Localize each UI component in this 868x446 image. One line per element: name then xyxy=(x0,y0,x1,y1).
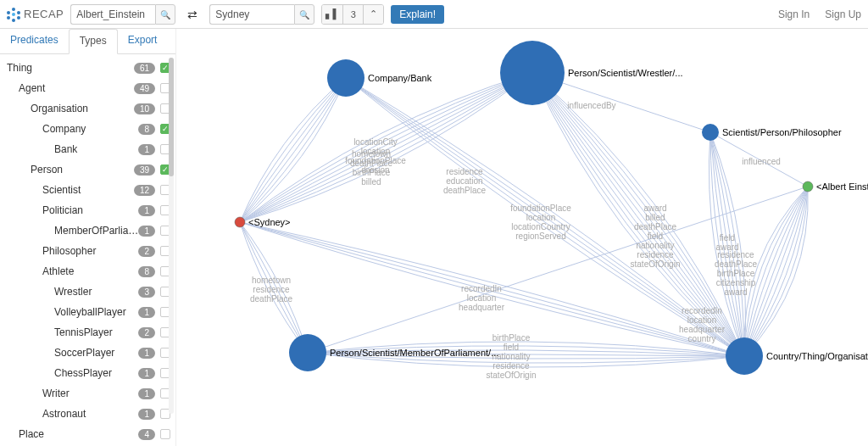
count-badge: 39 xyxy=(134,164,155,176)
count-badge: 3 xyxy=(138,287,155,298)
count-badge: 8 xyxy=(138,124,155,135)
edge-label: influenced xyxy=(742,157,781,166)
tree-row[interactable]: Astronaut1 xyxy=(0,404,175,424)
search-left xyxy=(70,4,175,25)
main: PredicatesTypesExport Thing61✓Agent49Org… xyxy=(0,29,868,446)
tree-row[interactable]: Wrestler3 xyxy=(0,282,175,302)
tree-label: Writer xyxy=(42,387,138,399)
graph-node-label: Person/Scientist/Wrestler/... xyxy=(568,68,683,78)
search-left-input[interactable] xyxy=(70,4,155,25)
edge-label: foundationPlacelocationlocationCountryre… xyxy=(510,203,571,241)
swap-button[interactable]: ⇄ xyxy=(182,4,203,25)
count-badge: 1 xyxy=(138,368,155,379)
edge-label: fieldaward xyxy=(715,233,738,252)
graph-node[interactable] xyxy=(327,59,364,97)
graph-canvas[interactable]: locationCitylocationfoundationPlacedivis… xyxy=(176,29,868,446)
edge-label: residencedeathPlacebirthPlacecitizenship… xyxy=(715,250,757,297)
type-tree: Thing61✓Agent49Organisation10Company8✓Ba… xyxy=(0,54,175,446)
graph-node-label: Scientist/Person/Philosopher xyxy=(722,127,842,137)
tree-label: Astronaut xyxy=(42,408,138,420)
tree-checkbox[interactable] xyxy=(160,429,170,439)
tree-row[interactable]: VolleyballPlayer1 xyxy=(0,302,175,322)
graph-node[interactable] xyxy=(500,41,565,105)
tree-row[interactable]: SoccerPlayer1 xyxy=(0,343,175,363)
sidebar-tabs: PredicatesTypesExport xyxy=(0,29,175,54)
sidebar-scrollbar-thumb[interactable] xyxy=(169,58,174,176)
stepper-style-button[interactable]: ▖▌ xyxy=(322,5,342,24)
tree-label: Place xyxy=(19,428,138,440)
tree-label: ChessPlayer xyxy=(54,367,138,379)
edge-label: hometowndeathPlacebirthPlacebilled xyxy=(350,149,392,187)
logo: RECAP xyxy=(7,8,64,21)
count-badge: 1 xyxy=(138,226,155,237)
graph-node-label: Person/Scientist/MemberOfParliament/... xyxy=(330,348,498,358)
edge xyxy=(240,78,346,222)
sidebar-scrollbar[interactable] xyxy=(169,58,174,414)
edge-label: hometownresidencedeathPlace xyxy=(250,276,292,304)
tree-row[interactable]: MemberOfParliament1 xyxy=(0,220,175,241)
edge xyxy=(240,78,346,222)
graph-node[interactable] xyxy=(726,337,763,375)
count-badge: 61 xyxy=(134,63,155,74)
count-badge: 1 xyxy=(138,409,155,420)
tree-row[interactable]: Athlete8 xyxy=(0,261,175,282)
search-left-button[interactable] xyxy=(155,4,175,25)
search-icon xyxy=(160,8,170,20)
graph-node[interactable] xyxy=(235,217,245,227)
search-right xyxy=(209,4,314,25)
logo-icon xyxy=(7,8,20,21)
tree-row[interactable]: Thing61✓ xyxy=(0,58,175,78)
edge xyxy=(240,78,346,222)
graph-node[interactable] xyxy=(803,181,813,192)
tree-row[interactable]: Philosopher2 xyxy=(0,241,175,261)
graph-node-label: <Sydney> xyxy=(248,217,291,227)
tree-row[interactable]: Bank1 xyxy=(0,139,175,159)
tree-label: SoccerPlayer xyxy=(54,347,138,359)
tree-label: Company xyxy=(42,123,138,135)
graph-node[interactable] xyxy=(289,334,326,371)
tree-row[interactable]: ChessPlayer1 xyxy=(0,363,175,383)
tab-export[interactable]: Export xyxy=(118,29,168,53)
tree-row[interactable]: Writer1 xyxy=(0,383,175,404)
edge-label: recordedInlocationheadquarter xyxy=(459,284,505,312)
count-badge: 1 xyxy=(138,307,155,318)
tree-row[interactable]: Scientist12 xyxy=(0,180,175,200)
count-badge: 8 xyxy=(138,266,155,277)
tree-row[interactable]: Agent49 xyxy=(0,78,175,98)
tree-label: Politician xyxy=(42,204,138,216)
count-badge: 4 xyxy=(138,429,155,440)
graph-node[interactable] xyxy=(702,124,719,141)
edge xyxy=(240,78,346,222)
count-badge: 49 xyxy=(134,83,155,94)
sign-in-link[interactable]: Sign In xyxy=(778,8,810,20)
edge-label: influencedBy xyxy=(567,101,615,110)
stepper-up-button[interactable]: ⌃ xyxy=(363,5,383,24)
count-badge: 10 xyxy=(134,103,155,114)
explain-button[interactable]: Explain! xyxy=(391,5,444,24)
tree-label: Wrestler xyxy=(54,286,138,298)
tree-row[interactable]: Organisation10 xyxy=(0,98,175,119)
brand-text: RECAP xyxy=(24,8,64,20)
stepper-value: 3 xyxy=(342,5,363,24)
sidebar: PredicatesTypesExport Thing61✓Agent49Org… xyxy=(0,29,176,446)
tab-types[interactable]: Types xyxy=(69,29,118,54)
search-right-button[interactable] xyxy=(294,4,314,25)
tree-label: Bank xyxy=(54,143,138,155)
graph-node-label: <Albert Einstein> xyxy=(816,181,868,192)
tree-row[interactable]: Company8✓ xyxy=(0,119,175,139)
tree-row[interactable]: Person39✓ xyxy=(0,159,175,180)
tree-row[interactable]: Place4 xyxy=(0,424,175,444)
search-right-input[interactable] xyxy=(209,4,294,25)
sign-up-link[interactable]: Sign Up xyxy=(825,8,861,20)
count-badge: 1 xyxy=(138,348,155,359)
tree-label: MemberOfParliament xyxy=(54,225,138,237)
tree-row[interactable]: TennisPlayer2 xyxy=(0,322,175,343)
edge xyxy=(240,78,346,222)
tree-row[interactable]: Politician1 xyxy=(0,200,175,220)
tab-predicates[interactable]: Predicates xyxy=(0,29,69,53)
search-icon xyxy=(299,8,309,20)
count-badge: 12 xyxy=(134,185,155,196)
count-badge: 2 xyxy=(138,246,155,257)
count-badge: 1 xyxy=(138,388,155,399)
edge xyxy=(240,78,346,222)
